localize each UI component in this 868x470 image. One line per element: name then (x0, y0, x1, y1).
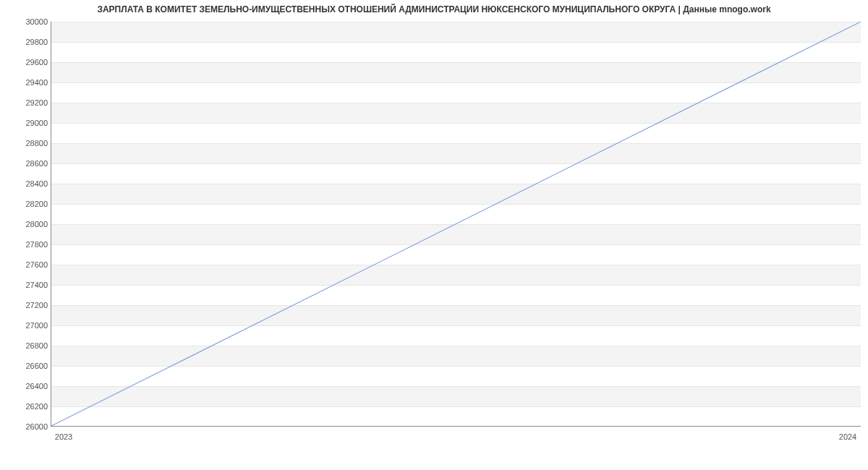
y-tick-label: 26200 (4, 402, 48, 411)
y-tick-label: 26600 (4, 362, 48, 370)
y-tick-label: 29200 (4, 98, 48, 107)
y-tick-label: 28000 (4, 220, 48, 228)
y-tick-label: 27400 (4, 281, 48, 289)
y-tick-label: 28600 (4, 159, 48, 168)
y-tick-label: 26800 (4, 341, 48, 350)
y-tick-label: 27200 (4, 301, 48, 309)
y-tick-label: 27800 (4, 240, 48, 249)
y-tick-label: 29800 (4, 38, 48, 46)
y-tick-label: 29600 (4, 58, 48, 67)
y-tick-label: 26000 (4, 422, 48, 431)
plot-area (51, 22, 861, 427)
chart-series-line (51, 22, 861, 426)
y-tick-label: 28400 (4, 179, 48, 188)
x-tick-label: 2024 (839, 432, 856, 441)
y-tick-label: 27600 (4, 260, 48, 269)
y-tick-label: 28200 (4, 200, 48, 208)
y-tick-label: 29000 (4, 119, 48, 127)
y-tick-label: 27000 (4, 321, 48, 330)
y-tick-label: 28800 (4, 139, 48, 148)
chart-title: ЗАРПЛАТА В КОМИТЕТ ЗЕМЕЛЬНО-ИМУЩЕСТВЕННЫ… (0, 4, 868, 14)
chart-line-layer (51, 22, 861, 426)
chart-container: ЗАРПЛАТА В КОМИТЕТ ЗЕМЕЛЬНО-ИМУЩЕСТВЕННЫ… (0, 0, 868, 448)
y-tick-label: 30000 (4, 17, 48, 26)
y-tick-label: 26400 (4, 382, 48, 390)
x-tick-label: 2023 (55, 432, 72, 441)
y-tick-label: 29400 (4, 78, 48, 87)
